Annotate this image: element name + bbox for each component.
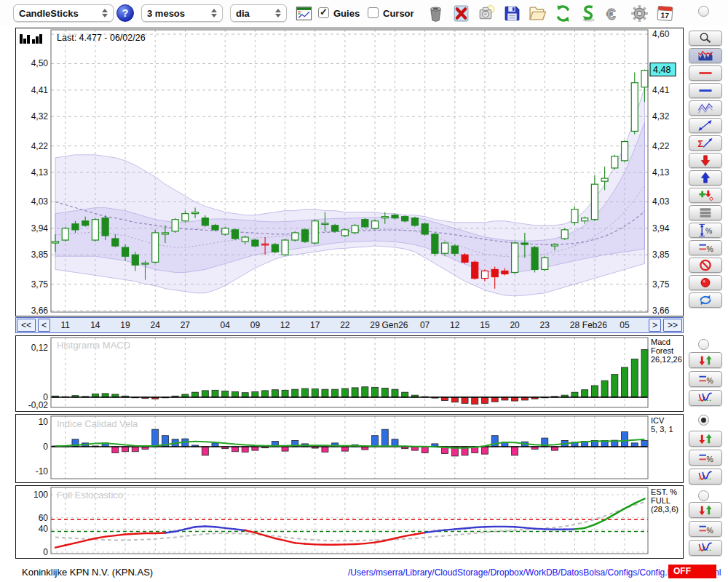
regression-tool-button[interactable]: Σ xyxy=(689,135,722,151)
date-tick-label: 05 xyxy=(608,320,641,330)
lines-percent-icon: % xyxy=(695,451,716,465)
gear-button[interactable] xyxy=(628,3,650,23)
svg-text:3,94: 3,94 xyxy=(652,223,670,234)
cursor-checkbox[interactable] xyxy=(368,7,379,18)
forbidden-icon xyxy=(695,258,716,272)
lines-percent-icon: % xyxy=(695,241,716,255)
icv-lines-percent-button[interactable]: % xyxy=(689,450,722,466)
svg-text:4,32: 4,32 xyxy=(652,111,670,121)
stochastic-canvas[interactable]: Full Estocastico10060400EST. %FULL(28,3,… xyxy=(16,486,682,557)
save-button[interactable] xyxy=(501,3,523,23)
icv-curve-button[interactable] xyxy=(689,469,722,485)
lines-percent-tool-button[interactable]: % xyxy=(689,240,722,255)
help-button[interactable]: ? xyxy=(116,4,134,22)
svg-text:3,66: 3,66 xyxy=(31,306,49,315)
symbol-name: Koninklijke KPN N.V. (KPN.AS) xyxy=(22,567,153,578)
svg-text:3,94: 3,94 xyxy=(31,223,49,234)
record-tool-button[interactable] xyxy=(689,275,722,290)
volume-histogram-icon[interactable] xyxy=(20,34,42,44)
sync-button[interactable] xyxy=(577,3,599,23)
open-folder-button[interactable] xyxy=(526,3,548,23)
date-tick-label: 19 xyxy=(108,320,142,330)
macd-canvas[interactable]: Histgrama MACD0,120-0,02MacdForest26,12,… xyxy=(16,336,682,410)
date-tick-label: 11 xyxy=(49,320,82,330)
forbidden-tool-button[interactable] xyxy=(689,258,722,273)
arrow-down-tool-button[interactable] xyxy=(689,153,722,168)
macd-curve-button[interactable] xyxy=(689,390,722,406)
trash-button[interactable] xyxy=(424,3,446,23)
sync-arrows-tool-button[interactable] xyxy=(689,292,722,308)
snapshot-button[interactable] xyxy=(475,3,497,23)
red-hline-tool-button[interactable] xyxy=(689,65,722,81)
svg-text:0,12: 0,12 xyxy=(31,343,49,353)
svg-text:3,75: 3,75 xyxy=(31,279,49,290)
macd-panel-radio[interactable] xyxy=(698,339,709,350)
trendline-tool-button[interactable] xyxy=(689,118,722,133)
euro-button[interactable]: € xyxy=(603,3,625,23)
macd-panel: Histgrama MACD0,120-0,02MacdForest26,12,… xyxy=(15,335,684,412)
svg-text:%: % xyxy=(706,527,713,535)
zigzag-icon xyxy=(695,101,716,115)
svg-text:Last: 4.477 - 06/02/26: Last: 4.477 - 06/02/26 xyxy=(57,33,146,43)
icv-panel-radio[interactable] xyxy=(698,415,709,426)
svg-text:FULL: FULL xyxy=(651,496,670,505)
period-select[interactable]: 3 mesos xyxy=(141,4,223,22)
svg-text:4,13: 4,13 xyxy=(31,167,49,178)
svg-text:4,60: 4,60 xyxy=(652,29,670,39)
icv-panel: Indice Calidad Vela100-10ICV5, 3, 1 xyxy=(15,414,684,483)
est-curve-button[interactable] xyxy=(689,540,722,556)
date-tick-label: 17 xyxy=(298,320,332,330)
est-panel-radio[interactable] xyxy=(698,490,709,501)
svg-text:4,50: 4,50 xyxy=(31,58,49,68)
macd-arrows-updown-button[interactable] xyxy=(689,352,722,368)
curve-icon xyxy=(695,541,716,555)
svg-text:10: 10 xyxy=(39,417,49,427)
euro-icon: € xyxy=(604,4,624,23)
date-tick-label: 12 xyxy=(269,320,302,330)
layers-tool-button[interactable] xyxy=(689,205,722,220)
delete-x-button[interactable] xyxy=(450,3,472,23)
zigzag-tool-button[interactable] xyxy=(689,100,722,116)
calendar-button[interactable]: 17 xyxy=(654,3,676,23)
nav-first-button[interactable]: << xyxy=(17,319,36,332)
mini-chart-button[interactable] xyxy=(293,4,314,24)
svg-text:4,41: 4,41 xyxy=(652,85,670,95)
svg-text:5, 3, 1: 5, 3, 1 xyxy=(651,425,673,434)
interval-select[interactable]: dia xyxy=(230,4,287,22)
svg-text:4,48: 4,48 xyxy=(653,65,670,75)
svg-text:3,75: 3,75 xyxy=(652,279,670,290)
chart-type-select[interactable]: CandleSticks xyxy=(13,4,114,22)
indicator-chart-icon xyxy=(695,49,716,63)
guies-checkbox[interactable]: ✓ xyxy=(318,7,329,18)
nav-last-button[interactable]: >> xyxy=(663,319,682,332)
main-chart-canvas[interactable]: 4,604,504,414,414,324,324,224,224,134,13… xyxy=(16,28,682,315)
trash-icon xyxy=(426,4,446,23)
svg-text:4,22: 4,22 xyxy=(31,141,49,151)
indicator-chart-tool-button[interactable] xyxy=(689,48,722,63)
est-lines-percent-button[interactable]: % xyxy=(689,521,722,537)
date-tick-label: Gen26 xyxy=(378,320,411,330)
add-marker-tool-button[interactable] xyxy=(689,188,722,203)
svg-text:(28,3,6): (28,3,6) xyxy=(651,505,678,514)
svg-text:0: 0 xyxy=(43,442,48,452)
date-tick-label: 23 xyxy=(528,320,561,330)
svg-text:-10: -10 xyxy=(36,466,49,477)
icv-arrows-updown-button[interactable] xyxy=(689,431,722,447)
red-hline-icon xyxy=(695,66,716,80)
nav-next-button[interactable]: > xyxy=(649,319,661,332)
curve-icon xyxy=(695,391,716,405)
refresh-button[interactable] xyxy=(552,3,574,23)
arrow-up-tool-button[interactable] xyxy=(689,170,722,186)
icv-canvas[interactable]: Indice Calidad Vela100-10ICV5, 3, 1 xyxy=(16,415,682,482)
off-button[interactable]: OFF xyxy=(668,565,716,578)
macd-lines-percent-button[interactable]: % xyxy=(689,371,722,387)
blue-hline-tool-button[interactable] xyxy=(689,83,722,98)
config-path: /Users/mserra/Library/CloudStorage/Dropb… xyxy=(348,567,721,578)
main-panel-radio[interactable] xyxy=(698,6,709,17)
est-arrows-updown-button[interactable] xyxy=(689,502,722,518)
zoom-tool-button[interactable] xyxy=(689,31,722,46)
measure-percent-tool-button[interactable]: % xyxy=(689,223,722,238)
delete-x-icon xyxy=(451,4,471,23)
interval-value: dia xyxy=(236,8,250,19)
refresh-icon xyxy=(553,4,573,23)
